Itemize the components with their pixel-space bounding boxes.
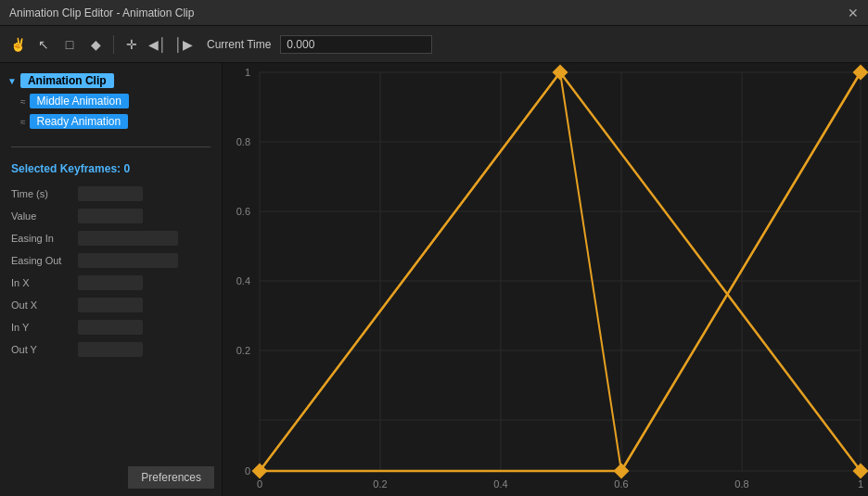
field-label-3: Easing Out [11, 255, 78, 266]
tree-arrow-icon: ▼ [7, 76, 17, 86]
sidebar-bottom: Preferences [0, 459, 222, 496]
svg-rect-32 [614, 464, 630, 479]
tree-child-ready-animation[interactable]: ≈ Ready Animation [0, 111, 222, 132]
tree-root-item[interactable]: ▼ Animation Clip [0, 70, 222, 91]
field-row-easing-out: Easing Out [11, 253, 211, 268]
field-input-4[interactable] [78, 275, 143, 290]
svg-text:0.2: 0.2 [373, 478, 387, 490]
close-button[interactable]: ✕ [848, 6, 859, 20]
field-input-1[interactable] [78, 209, 143, 223]
field-input-0[interactable] [78, 186, 143, 201]
svg-text:0.6: 0.6 [614, 478, 628, 490]
field-label-0: Time (s) [11, 188, 78, 199]
title-bar: Animation Clip Editor - Animation Clip ✕ [0, 0, 868, 26]
field-input-3[interactable] [78, 253, 178, 268]
field-label-7: Out Y [11, 344, 78, 355]
svg-text:0: 0 [245, 465, 250, 477]
toolbar-divider-1 [113, 35, 114, 54]
svg-line-26 [560, 72, 621, 471]
svg-text:0.4: 0.4 [493, 478, 507, 490]
field-row-time-s: Time (s) [11, 186, 211, 201]
tree-root-label: Animation Clip [20, 73, 114, 88]
tree-child-label-1: Middle Animation [30, 94, 129, 108]
field-label-1: Value [11, 210, 78, 222]
field-row-in-x: In X [11, 275, 211, 290]
field-input-6[interactable] [78, 320, 143, 335]
svg-text:0.6: 0.6 [236, 206, 250, 217]
svg-text:1: 1 [245, 67, 250, 78]
sidebar: ▼ Animation Clip ≈ Middle Animation ≈ Re… [0, 63, 223, 496]
main-area: ▼ Animation Clip ≈ Middle Animation ≈ Re… [0, 63, 868, 496]
svg-text:0.2: 0.2 [236, 345, 250, 356]
animation-graph: 1 0.8 0.6 0.4 0.2 0 0 0.2 0.4 0.6 0.8 1 [223, 63, 868, 496]
field-row-in-y: In Y [11, 320, 211, 335]
field-label-5: Out X [11, 299, 78, 311]
current-time-label: Current Time [207, 38, 271, 51]
frame-icon[interactable]: □ [59, 34, 80, 55]
prev-frame-icon[interactable]: ◀│ [147, 34, 168, 55]
window-title: Animation Clip Editor - Animation Clip [9, 6, 194, 19]
field-row-easing-in: Easing In [11, 231, 211, 246]
select-icon[interactable]: ↖ [33, 34, 54, 55]
hand-icon[interactable]: ✌ [7, 34, 28, 55]
svg-text:0.4: 0.4 [236, 275, 250, 286]
field-input-5[interactable] [78, 298, 143, 312]
next-frame-icon[interactable]: │▶ [173, 34, 194, 55]
divider [11, 146, 211, 147]
field-row-out-x: Out X [11, 298, 211, 312]
graph-area[interactable]: 1 0.8 0.6 0.4 0.2 0 0 0.2 0.4 0.6 0.8 1 [223, 63, 868, 496]
field-label-2: Easing In [11, 233, 78, 244]
toolbar: ✌ ↖ □ ◆ ✛ ◀│ │▶ Current Time [0, 26, 868, 63]
svg-text:0.8: 0.8 [734, 478, 748, 490]
tree-section: ▼ Animation Clip ≈ Middle Animation ≈ Re… [0, 63, 222, 139]
move-icon[interactable]: ✛ [121, 34, 142, 55]
svg-text:0.8: 0.8 [236, 136, 250, 147]
field-row-out-y: Out Y [11, 342, 211, 357]
field-label-6: In Y [11, 322, 78, 333]
field-input-7[interactable] [78, 342, 143, 357]
field-row-value: Value [11, 209, 211, 223]
svg-text:1: 1 [858, 478, 863, 490]
field-label-4: In X [11, 277, 78, 288]
tree-child-middle-animation[interactable]: ≈ Middle Animation [0, 91, 222, 111]
fields-container: Time (s)ValueEasing InEasing OutIn XOut … [11, 186, 211, 357]
tree-child-label-2: Ready Animation [30, 114, 129, 129]
svg-text:0: 0 [257, 478, 262, 490]
field-input-2[interactable] [78, 231, 178, 246]
selected-keyframes-label: Selected Keyframes: 0 [11, 162, 211, 175]
current-time-input[interactable] [280, 35, 432, 54]
preferences-button[interactable]: Preferences [128, 466, 214, 489]
diamond-icon[interactable]: ◆ [85, 34, 106, 55]
tree-child-icon-2: ≈ [20, 117, 26, 127]
keyframe-section: Selected Keyframes: 0 Time (s)ValueEasin… [0, 155, 222, 372]
svg-rect-31 [853, 65, 868, 81]
tree-child-icon-1: ≈ [20, 96, 26, 107]
